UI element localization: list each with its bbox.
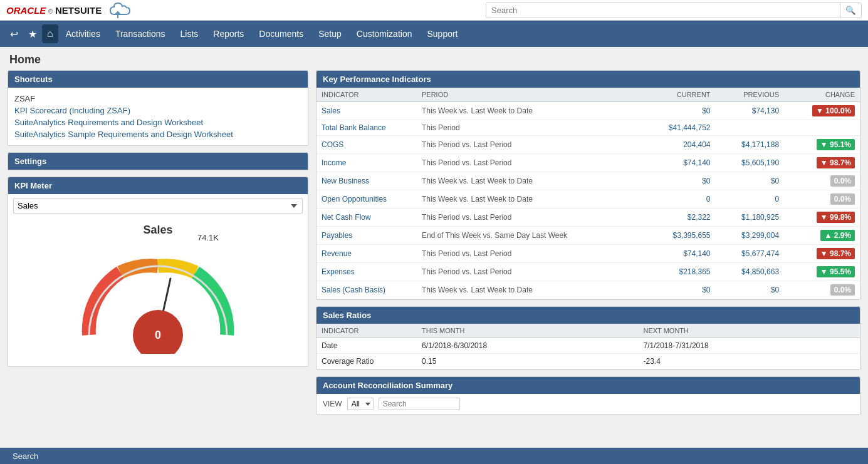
shortcut-link-3[interactable]: SuiteAnalytics Sample Requirements and D… — [14, 128, 301, 140]
oracle-logo-text: ORACLE ® NETSUITE — [6, 5, 102, 16]
kpi-change — [784, 120, 860, 136]
arc-controls: VIEW All — [316, 394, 860, 415]
kpi-change: ▼ 95.5% — [784, 263, 860, 281]
kpi-table-header-row: INDICATOR PERIOD CURRENT PREVIOUS CHANGE — [316, 88, 860, 102]
kpi-period: This Period vs. Last Period — [417, 209, 641, 227]
kpi-change: ▼ 98.7% — [784, 154, 860, 172]
account-reconciliation-panel: Account Reconciliation Summary VIEW All — [316, 376, 860, 415]
right-column: Key Performance Indicators INDICATOR PER… — [316, 70, 860, 415]
arc-search-input[interactable] — [379, 398, 460, 410]
kpi-table-row: Revenue This Period vs. Last Period $74,… — [316, 245, 860, 263]
change-badge-red: ▼ 98.7% — [817, 248, 855, 259]
gauge-container: Sales 74.1K — [8, 217, 308, 366]
kpi-current: $0 — [641, 172, 715, 190]
nav-item-transactions[interactable]: Transactions — [108, 21, 173, 47]
settings-panel[interactable]: Settings — [8, 152, 308, 170]
nav-item-lists[interactable]: Lists — [173, 21, 206, 47]
nav-item-support[interactable]: Support — [419, 21, 465, 47]
kpi-indicator: COGS — [316, 136, 417, 154]
kpi-table-row: Open Opportunities This Week vs. Last We… — [316, 190, 860, 209]
nav-item-activities[interactable]: Activities — [58, 21, 108, 47]
col-current: CURRENT — [641, 88, 715, 102]
kpi-change: ▼ 95.1% — [784, 136, 860, 154]
change-badge-gray: 0.0% — [830, 284, 855, 296]
kpi-table-row: Income This Period vs. Last Period $74,1… — [316, 154, 860, 172]
sr-col-next-month: NEXT MONTH — [639, 324, 860, 338]
kpi-previous: $3,299,004 — [716, 227, 785, 245]
change-badge-red: ▼ 98.7% — [817, 157, 855, 168]
search-input[interactable] — [486, 3, 840, 18]
kpi-change: 0.0% — [784, 190, 860, 209]
kpi-table-body: Sales This Week vs. Last Week to Date $0… — [316, 102, 860, 299]
kpi-change: 0.0% — [784, 172, 860, 190]
kpi-period: This Week vs. Last Week to Date — [417, 281, 641, 299]
change-badge-red: ▼ 100.0% — [812, 105, 855, 116]
change-badge-green: ▼ 95.1% — [817, 139, 855, 150]
favorites-icon-button[interactable]: ★ — [23, 24, 42, 44]
nav-item-setup[interactable]: Setup — [311, 21, 349, 47]
kpi-indicator: Total Bank Balance — [316, 120, 417, 136]
search-bar[interactable]: 🔍 — [486, 3, 862, 18]
account-reconciliation-header: Account Reconciliation Summary — [316, 377, 860, 394]
page-title: Home — [0, 47, 868, 70]
shortcut-link-1[interactable]: KPI Scorecard (Including ZSAF) — [14, 105, 301, 116]
kpi-meter-panel: KPI Meter Sales Revenue Expenses Income … — [8, 177, 308, 367]
sr-next-month: -23.4 — [639, 354, 860, 369]
kpi-previous: $4,171,188 — [716, 136, 785, 154]
shortcuts-panel: Shortcuts ZSAF KPI Scorecard (Including … — [8, 70, 308, 146]
shortcuts-content: ZSAF KPI Scorecard (Including ZSAF) Suit… — [8, 88, 308, 145]
kpi-previous: $0 — [716, 281, 785, 299]
kpi-indicator: Open Opportunities — [316, 190, 417, 209]
kpi-change: ▼ 98.7% — [784, 245, 860, 263]
sr-header-row: INDICATOR THIS MONTH NEXT MONTH — [316, 324, 860, 338]
sales-ratios-panel: Sales Ratios INDICATOR THIS MONTH NEXT M… — [316, 306, 860, 370]
kpi-indicator: Sales (Cash Basis) — [316, 281, 417, 299]
search-button[interactable]: 🔍 — [840, 3, 861, 18]
kpi-period: This Week vs. Last Week to Date — [417, 172, 641, 190]
kpi-change: 0.0% — [784, 281, 860, 299]
sr-table-row: Coverage Ratio 0.15 -23.4 — [316, 354, 860, 369]
kpi-current: $41,444,752 — [641, 120, 715, 136]
kpi-change: ▼ 100.0% — [784, 102, 860, 120]
kpi-period: End of This Week vs. Same Day Last Week — [417, 227, 641, 245]
change-badge-green-up: ▲ 2.9% — [820, 230, 855, 241]
kpi-period: This Period vs. Last Period — [417, 154, 641, 172]
home-icon-button[interactable]: ⌂ — [42, 24, 58, 43]
kpi-indicator: New Business — [316, 172, 417, 190]
kpi-indicator: Sales — [316, 102, 417, 120]
nav-item-customization[interactable]: Customization — [349, 21, 420, 47]
history-icon-button[interactable]: ↩ — [5, 24, 23, 44]
col-previous: PREVIOUS — [716, 88, 785, 102]
shortcuts-header: Shortcuts — [8, 71, 308, 88]
kpi-period: This Week vs. Last Week to Date — [417, 102, 641, 120]
change-badge-red: ▼ 99.8% — [817, 212, 855, 223]
change-badge-green: ▼ 95.5% — [817, 266, 855, 277]
col-period: PERIOD — [417, 88, 641, 102]
kpi-table-row: Payables End of This Week vs. Same Day L… — [316, 227, 860, 245]
sr-col-indicator: INDICATOR — [316, 324, 417, 338]
kpi-previous — [716, 120, 785, 136]
kpi-period: This Period vs. Last Period — [417, 136, 641, 154]
kpi-previous: $5,677,474 — [716, 245, 785, 263]
gauge-value: 74.1K — [197, 233, 219, 242]
logo: ORACLE ® NETSUITE — [6, 1, 133, 20]
kpi-indicator: Expenses — [316, 263, 417, 281]
kpi-change: ▲ 2.9% — [784, 227, 860, 245]
shortcut-link-2[interactable]: SuiteAnalytics Requirements and Design W… — [14, 116, 301, 128]
settings-header: Settings — [8, 153, 308, 170]
kpi-period: This Period vs. Last Period — [417, 245, 641, 263]
nav-item-reports[interactable]: Reports — [206, 21, 251, 47]
kpi-indicator: Revenue — [316, 245, 417, 263]
sr-next-month: 7/1/2018-7/31/2018 — [639, 338, 860, 354]
kpi-previous: $4,850,663 — [716, 263, 785, 281]
nav-item-documents[interactable]: Documents — [251, 21, 311, 47]
gauge-title: Sales — [143, 224, 172, 237]
kpi-select[interactable]: Sales Revenue Expenses Income — [13, 198, 303, 214]
kpi-period: This Period — [417, 120, 641, 136]
kpi-table-row: Net Cash Flow This Period vs. Last Perio… — [316, 209, 860, 227]
kpi-meter-header: KPI Meter — [8, 177, 308, 194]
kpi-indicator: Income — [316, 154, 417, 172]
cloud-icon — [109, 1, 133, 20]
kpi-select-wrapper: Sales Revenue Expenses Income — [8, 194, 308, 217]
arc-view-select[interactable]: All — [347, 398, 374, 410]
